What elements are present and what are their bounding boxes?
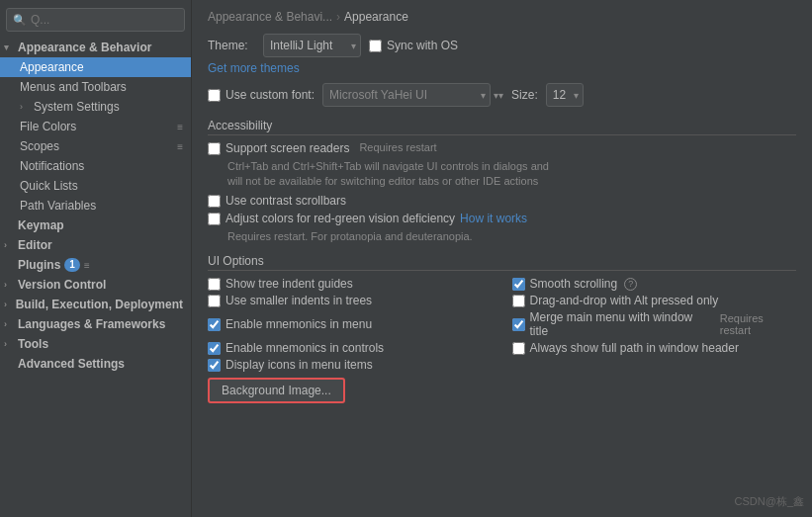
sidebar-item-build-execution[interactable]: ›Build, Execution, Deployment [0, 295, 191, 314]
sidebar-item-system-settings[interactable]: ›System Settings [0, 97, 191, 117]
breadcrumb-current: Appearance [344, 10, 408, 24]
red-green-desc: Requires restart. For protanopia and deu… [227, 229, 796, 244]
sidebar-item-tools[interactable]: ›Tools [0, 334, 191, 354]
support-readers-hint: Requires restart [359, 141, 436, 153]
support-readers-label: Support screen readers [226, 141, 349, 155]
sidebar-item-editor[interactable]: ›Editor [0, 235, 191, 255]
ui-option-tree-indent-checkbox[interactable] [208, 278, 221, 291]
accessibility-title: Accessibility [208, 119, 796, 135]
sidebar-item-version-control[interactable]: ›Version Control [0, 275, 191, 295]
ui-option-tree-indent: Show tree indent guides [208, 277, 493, 291]
size-select[interactable]: 12111314 [546, 83, 584, 107]
ui-option-mnemonics-menu: Enable mnemonics in menu [208, 310, 493, 338]
ui-option-drag-drop: Drag-and-drop with Alt pressed only [512, 294, 797, 307]
sidebar-label: System Settings [34, 100, 120, 114]
ui-option-full-path: Always show full path in window header [512, 341, 797, 355]
get-more-themes-link[interactable]: Get more themes [208, 61, 300, 75]
sidebar-item-appearance-behavior[interactable]: ▾Appearance & Behavior [0, 38, 191, 57]
support-readers-row: Support screen readers Requires restart [208, 141, 796, 155]
theme-row: Theme: IntelliJ LightDarculaHigh contras… [208, 34, 796, 57]
ui-option-smooth-scrolling-checkbox[interactable] [512, 278, 525, 291]
contrast-scrollbars-checkbox[interactable] [208, 195, 221, 208]
red-green-row: Adjust colors for red-green vision defic… [208, 212, 796, 225]
ui-option-drag-drop-checkbox[interactable] [512, 295, 525, 307]
sidebar-label: Notifications [20, 159, 84, 173]
sync-label-text: Sync with OS [387, 39, 458, 52]
search-input[interactable] [31, 13, 178, 27]
chevron-icon: › [4, 300, 14, 309]
ui-option-merge-menu-checkbox[interactable] [512, 318, 525, 331]
plugin-badge: 1 [64, 258, 80, 272]
ui-option-full-path-label: Always show full path in window header [530, 341, 739, 355]
sidebar-item-keymap[interactable]: Keymap [0, 215, 191, 235]
sidebar-label: Quick Lists [20, 179, 78, 193]
font-dropdown-wrapper: ▾ [498, 90, 503, 101]
sidebar-label: Version Control [18, 278, 106, 292]
help-icon[interactable]: ? [624, 278, 637, 291]
sidebar-label: Advanced Settings [18, 357, 125, 371]
custom-font-row: Use custom font: ▾ Size: 12111314 [208, 83, 796, 107]
sidebar-label: Scopes [20, 139, 59, 153]
red-green-checkbox[interactable] [208, 213, 221, 225]
sidebar-item-languages-frameworks[interactable]: ›Languages & Frameworks [0, 314, 191, 334]
custom-font-label-text: Use custom font: [226, 88, 315, 102]
ui-option-display-icons-checkbox[interactable] [208, 359, 221, 372]
sidebar-item-path-variables[interactable]: Path Variables [0, 196, 191, 215]
ui-option-smaller-indents: Use smaller indents in trees [208, 294, 493, 307]
chevron-icon: › [4, 339, 16, 349]
content-area: Appearance & Behavi... › Appearance Them… [192, 0, 812, 517]
ui-option-smooth-scrolling: Smooth scrolling? [512, 277, 797, 291]
custom-font-label[interactable]: Use custom font: [208, 88, 315, 102]
ui-option-mnemonics-menu-label: Enable mnemonics in menu [226, 317, 372, 331]
settings-icon: ≡ [177, 122, 183, 132]
sidebar-item-plugins[interactable]: Plugins1≡ [0, 255, 191, 275]
breadcrumb-separator: › [336, 10, 340, 24]
ui-option-display-icons: Display icons in menu items [208, 358, 493, 372]
ui-option-drag-drop-label: Drag-and-drop with Alt pressed only [530, 294, 719, 307]
search-bar[interactable]: 🔍 [6, 8, 185, 32]
sidebar-label: Tools [18, 337, 48, 351]
ui-options-title: UI Options [208, 254, 796, 271]
ui-option-smaller-indents-checkbox[interactable] [208, 295, 221, 307]
ui-option-smaller-indents-label: Use smaller indents in trees [226, 294, 372, 307]
how-it-works-link[interactable]: How it works [460, 212, 527, 225]
breadcrumb-parent: Appearance & Behavi... [208, 10, 332, 24]
ui-option-merge-menu: Merge main menu with window titleRequire… [512, 310, 797, 338]
ui-option-mnemonics-menu-checkbox[interactable] [208, 318, 221, 331]
sidebar-item-menus-toolbars[interactable]: Menus and Toolbars [0, 77, 191, 97]
sync-with-os-label[interactable]: Sync with OS [369, 39, 458, 52]
search-icon: 🔍 [13, 14, 27, 27]
chevron-icon: ▾ [4, 43, 16, 52]
ui-option-tree-indent-label: Show tree indent guides [226, 277, 353, 291]
sidebar-item-notifications[interactable]: Notifications [0, 156, 191, 176]
settings-icon: ≡ [177, 141, 183, 152]
sidebar-item-file-colors[interactable]: File Colors≡ [0, 117, 191, 136]
sidebar-item-advanced-settings[interactable]: Advanced Settings [0, 354, 191, 374]
custom-font-checkbox[interactable] [208, 89, 221, 102]
ui-option-mnemonics-controls: Enable mnemonics in controls [208, 341, 493, 355]
sync-with-os-checkbox[interactable] [369, 40, 382, 52]
background-image-row: Background Image... [208, 378, 796, 403]
sidebar-item-scopes[interactable]: Scopes≡ [0, 136, 191, 156]
theme-label: Theme: [208, 39, 255, 52]
theme-select[interactable]: IntelliJ LightDarculaHigh contrast [263, 34, 361, 57]
watermark: CSDN@栋_鑫 [735, 494, 804, 509]
breadcrumb: Appearance & Behavi... › Appearance [208, 10, 796, 24]
support-readers-checkbox[interactable] [208, 142, 221, 155]
chevron-icon: › [4, 319, 16, 329]
contrast-scrollbars-label: Use contrast scrollbars [226, 194, 346, 208]
sidebar-item-quick-lists[interactable]: Quick Lists [0, 176, 191, 196]
background-image-button[interactable]: Background Image... [208, 378, 345, 403]
chevron-icon: › [20, 102, 32, 112]
ui-option-mnemonics-controls-checkbox[interactable] [208, 342, 221, 355]
ui-options-section: UI Options Show tree indent guides Smoot… [208, 254, 796, 372]
ui-option-full-path-checkbox[interactable] [512, 342, 525, 355]
font-input-wrapper [322, 83, 491, 107]
sidebar-item-appearance[interactable]: Appearance [0, 57, 191, 77]
red-green-label: Adjust colors for red-green vision defic… [226, 212, 455, 225]
ui-option-merge-menu-label: Merge main menu with window title [530, 310, 712, 338]
chevron-icon: › [4, 280, 16, 290]
font-input[interactable] [322, 83, 491, 107]
support-readers-desc: Ctrl+Tab and Ctrl+Shift+Tab will navigat… [227, 159, 796, 190]
requires-restart-label: Requires restart [720, 312, 796, 336]
